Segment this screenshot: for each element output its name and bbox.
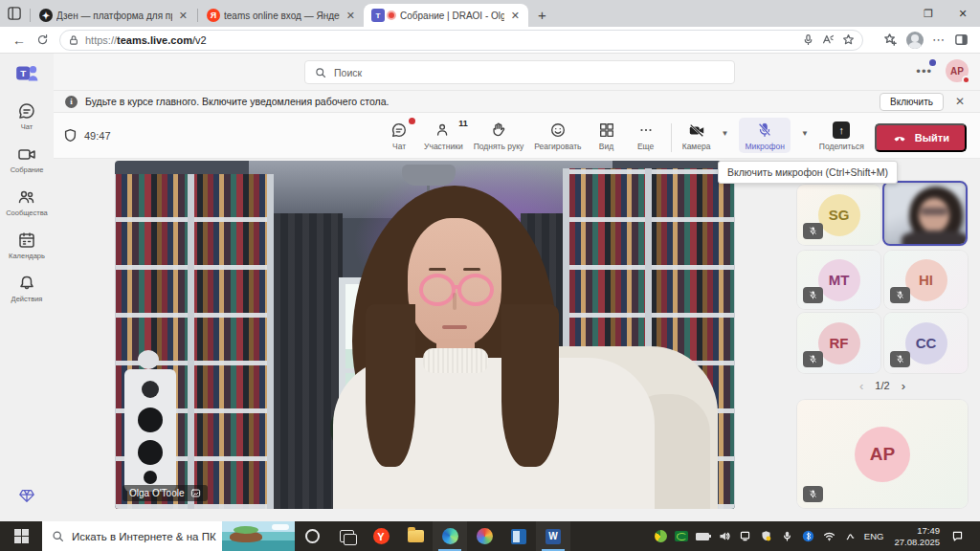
- presence-busy-dot: [962, 76, 970, 84]
- nvidia-tray-icon[interactable]: [675, 529, 689, 543]
- share-icon: ↑: [833, 121, 850, 139]
- word-button[interactable]: W: [536, 521, 570, 551]
- blue-app-button[interactable]: [501, 521, 536, 551]
- sidebar-item-activity[interactable]: Действия: [11, 274, 43, 303]
- edge-browser-button[interactable]: [433, 521, 467, 551]
- voice-search-icon[interactable]: [802, 33, 814, 46]
- leave-button[interactable]: Выйти: [875, 123, 967, 152]
- sidebar-item-calendar[interactable]: Календарь: [9, 231, 45, 260]
- mic-tooltip: Включить микрофон (Ctrl+Shift+M): [718, 161, 898, 184]
- antivirus-tray-icon[interactable]: [654, 529, 668, 543]
- security-tray-icon[interactable]: [759, 529, 773, 543]
- sidebar-item-meeting[interactable]: Собрание: [11, 144, 44, 174]
- cortana-icon: [305, 529, 320, 543]
- participant-tile-cc[interactable]: CC: [884, 313, 968, 373]
- microphone-button[interactable]: Микрофон: [739, 118, 790, 153]
- pager-next-icon[interactable]: ›: [902, 379, 905, 393]
- bookmark-star-icon[interactable]: [842, 33, 855, 46]
- pin-view-icon[interactable]: [190, 488, 201, 498]
- main-video-tile[interactable]: Olga O'Toole: [115, 161, 735, 509]
- dzen-favicon-icon: ✦: [39, 9, 53, 22]
- edge-icon: [442, 528, 458, 544]
- participant-tile-mt[interactable]: MT: [797, 251, 880, 309]
- teams-favicon-icon: T: [371, 9, 385, 22]
- grid-view-icon: [598, 121, 615, 139]
- tab-teams-meeting-active[interactable]: T Собрание | DRAOI - Olga O ✕: [364, 4, 528, 27]
- tab-yandex[interactable]: Я teams online вход — Яндекс: на ✕: [199, 4, 364, 27]
- search-icon: [315, 67, 326, 78]
- tab-close-icon[interactable]: ✕: [508, 10, 523, 22]
- sidebar-item-communities[interactable]: Сообщества: [6, 187, 48, 217]
- participant-tile-video-active[interactable]: [882, 181, 968, 246]
- participant-tile-sg[interactable]: SG: [797, 185, 880, 245]
- mic-tray-icon[interactable]: [780, 529, 794, 543]
- pen-tray-icon[interactable]: [843, 529, 858, 543]
- camera-button[interactable]: Камера: [682, 118, 711, 151]
- view-button[interactable]: Вид: [592, 118, 621, 151]
- participant-tile-ap[interactable]: AP: [797, 400, 968, 508]
- browser-colorful-button[interactable]: [467, 521, 501, 551]
- volume-tray-icon[interactable]: [717, 529, 731, 543]
- tab-close-icon[interactable]: ✕: [176, 10, 190, 22]
- read-aloud-icon[interactable]: [822, 33, 835, 46]
- network-tray-icon[interactable]: [822, 529, 836, 543]
- back-button[interactable]: ←: [8, 29, 31, 52]
- cortana-button[interactable]: [295, 521, 329, 551]
- window-restore-button[interactable]: ❐: [911, 0, 946, 27]
- pager-prev-icon[interactable]: ‹: [859, 379, 863, 393]
- smiley-icon: [549, 121, 567, 139]
- participant-tile-rf[interactable]: RF: [797, 313, 880, 373]
- notification-banner: i Будьте в курсе главного. Включите увед…: [54, 90, 980, 113]
- action-center-icon[interactable]: [950, 529, 965, 543]
- toolbar-divider: [671, 123, 672, 152]
- sidebar-apps-gem-icon[interactable]: [18, 487, 35, 508]
- raise-hand-button[interactable]: Поднять руку: [474, 118, 524, 151]
- device-tray-icon[interactable]: [738, 529, 752, 543]
- new-tab-button[interactable]: +: [528, 7, 556, 23]
- share-button[interactable]: ↑ Поделиться: [819, 118, 864, 151]
- chat-icon: [390, 121, 408, 139]
- widgets-weather-icon[interactable]: [222, 521, 295, 551]
- address-bar[interactable]: https://teams.live.com/v2: [59, 30, 863, 51]
- sidebar-item-chat[interactable]: Чат: [17, 101, 36, 131]
- browser-profile-avatar[interactable]: [906, 32, 924, 49]
- chat-button[interactable]: Чат: [385, 118, 413, 151]
- task-view-icon: [340, 530, 354, 542]
- tab-actions-button[interactable]: [0, 0, 29, 27]
- participant-tile-hi[interactable]: HI: [884, 251, 968, 309]
- battery-tray-icon[interactable]: [696, 529, 710, 543]
- react-button[interactable]: Реагировать: [534, 118, 581, 151]
- banner-text: Будьте в курсе главного. Включите уведом…: [85, 96, 389, 107]
- browser-menu-icon[interactable]: ⋯: [932, 33, 946, 47]
- camera-options-chevron[interactable]: ▼: [722, 129, 729, 138]
- tab-separator: [197, 9, 198, 22]
- taskbar-clock[interactable]: 17:49 27.08.2025: [890, 525, 944, 548]
- teams-search-input[interactable]: Поиск: [304, 60, 735, 84]
- chat-unread-dot: [409, 118, 415, 124]
- file-explorer-button[interactable]: [398, 521, 433, 551]
- tab-close-icon[interactable]: ✕: [344, 10, 358, 22]
- task-view-button[interactable]: [329, 521, 364, 551]
- refresh-button[interactable]: [31, 29, 54, 52]
- notification-dot: [929, 59, 936, 66]
- microphone-options-chevron[interactable]: ▼: [801, 129, 809, 138]
- window-close-button[interactable]: ✕: [946, 0, 980, 27]
- participants-count: 11: [458, 119, 468, 128]
- banner-close-icon[interactable]: ✕: [951, 95, 969, 108]
- colorful-browser-icon: [477, 528, 493, 544]
- teams-profile-avatar[interactable]: AP: [946, 59, 969, 82]
- taskbar-search-input[interactable]: Искать в Интернете & на ПК: [42, 521, 222, 551]
- more-button[interactable]: Еще: [632, 118, 660, 151]
- tab-dzen[interactable]: ✦ Дзен — платформа для просмо ✕: [32, 4, 196, 27]
- enable-notifications-button[interactable]: Включить: [880, 93, 944, 111]
- shield-icon: [63, 128, 78, 143]
- language-indicator[interactable]: ENG: [864, 531, 884, 541]
- teams-logo-icon: T: [14, 61, 39, 86]
- favorites-icon[interactable]: [883, 33, 898, 47]
- sidebar-panel-icon[interactable]: [954, 33, 969, 47]
- start-button[interactable]: [0, 521, 42, 551]
- teams-more-menu-icon[interactable]: •••: [916, 64, 932, 78]
- yandex-browser-button[interactable]: Y: [364, 521, 398, 551]
- bluetooth-tray-icon[interactable]: [801, 529, 815, 543]
- participants-button[interactable]: 11 Участники: [424, 118, 463, 151]
